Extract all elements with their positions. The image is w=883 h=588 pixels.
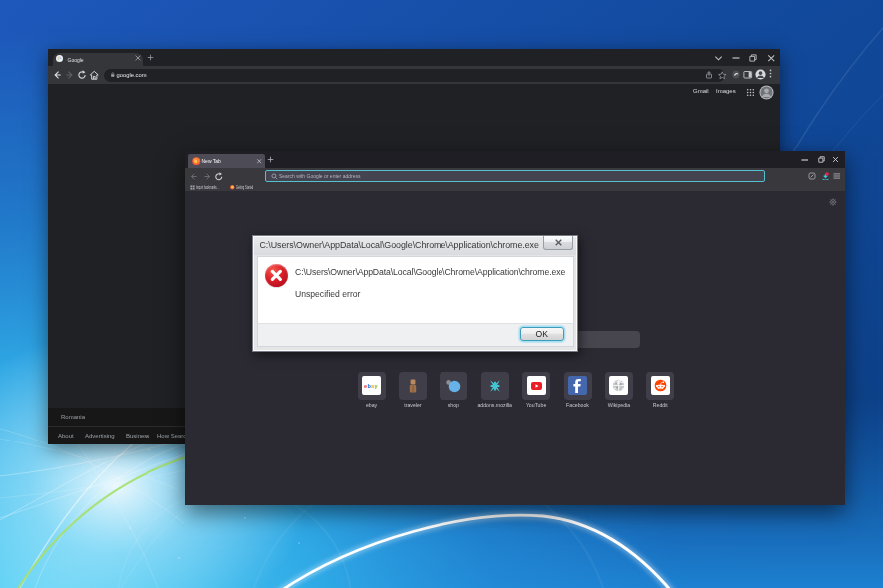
- svg-text:y: y: [374, 382, 378, 388]
- svg-text:e: e: [364, 382, 367, 388]
